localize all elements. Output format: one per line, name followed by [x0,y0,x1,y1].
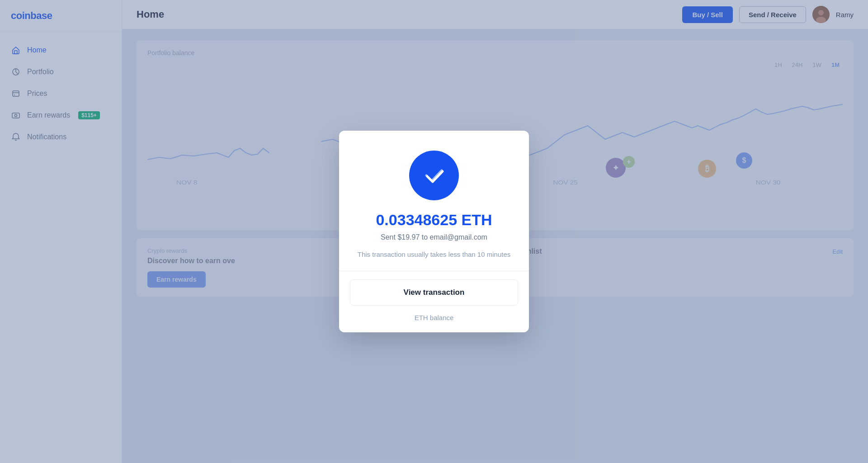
transaction-amount: 0.03348625 ETH [365,211,503,229]
modal-footer-label: ETH balance [415,314,454,321]
transaction-modal: 0.03348625 ETH Sent $19.97 to email@gmai… [339,131,529,332]
checkmark-icon [421,162,447,189]
transaction-note: This transaction usually takes less than… [340,250,529,260]
success-check-circle [409,151,459,200]
view-transaction-button[interactable]: View transaction [350,279,518,306]
transaction-sent-text: Sent $19.97 to email@gmail.com [381,233,487,241]
modal-divider [339,271,529,271]
modal-icon-area [409,131,459,211]
modal-overlay[interactable]: 0.03348625 ETH Sent $19.97 to email@gmai… [0,0,868,463]
